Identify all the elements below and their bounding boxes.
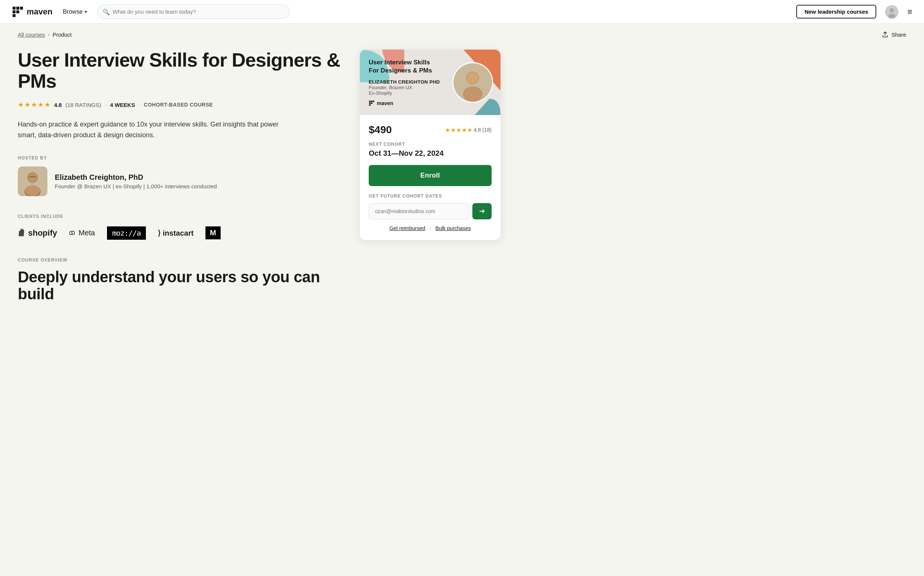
breadcrumb-current: Product [53,32,72,38]
svg-rect-1 [16,6,19,10]
client-meta: Meta [69,229,95,237]
card-body: $490 ★ ★ ★ ★ ★ 4.8 (18) NEXT COHORT [360,115,500,240]
links-separator: | [430,225,431,231]
page-main: User Interview Skills for Designers & PM… [0,38,518,326]
card-star-4: ★ [462,126,467,134]
host-avatar-svg [18,166,47,196]
enroll-button[interactable]: Enroll [369,165,492,186]
email-input[interactable] [369,203,469,219]
host-bio: Founder @ Brazen UX | ex-Shopify | 1,000… [55,183,217,189]
hamburger-menu[interactable]: ≡ [907,8,912,16]
site-logo[interactable]: maven [12,6,53,18]
card-course-title: User Interview Skills For Designers & PM… [369,58,435,75]
meta-dot-2: · [139,102,140,108]
course-weeks: 4 WEEKS [110,102,135,108]
overview-label: COURSE OVERVIEW [18,258,342,262]
share-button[interactable]: Share [882,31,906,38]
breadcrumb-separator: › [48,32,50,37]
user-avatar[interactable] [885,5,898,19]
rating-count: (18 RATINGS) [66,102,101,108]
breadcrumb: All courses › Product [18,32,72,38]
email-row [369,203,492,219]
maven-small-icon [369,100,375,106]
course-card: User Interview Skills For Designers & PM… [360,50,500,240]
svg-rect-18 [371,102,372,104]
rating-stars: ★ ★ ★ ★ ★ [18,101,50,109]
svg-point-13 [25,186,40,196]
share-label: Share [892,32,906,38]
card-rating: ★ ★ ★ ★ ★ 4.8 (18) [445,126,492,134]
all-courses-link[interactable]: All courses [18,32,45,38]
star-2: ★ [24,101,30,109]
logo-text: maven [27,7,53,17]
search-input[interactable] [97,5,290,19]
maven-small-text: maven [377,100,393,106]
star-3: ★ [31,101,37,109]
svg-rect-4 [16,10,19,13]
svg-point-23 [467,72,478,83]
navbar: maven Browse ▾ 🔍 New leadership courses … [0,0,924,24]
svg-rect-2 [20,6,23,10]
email-submit-button[interactable] [472,203,492,219]
mozilla-text: moz://a [112,229,141,237]
card-star-1: ★ [445,126,450,134]
arrow-right-icon [478,208,486,215]
share-icon [882,31,889,38]
page-left: User Interview Skills for Designers & PM… [18,50,342,302]
svg-point-7 [890,8,894,13]
search-icon: 🔍 [103,8,110,15]
svg-rect-19 [369,104,371,106]
shopify-icon [18,228,26,237]
course-title: User Interview Skills for Designers & PM… [18,50,342,92]
future-cohort-label: GET FUTURE COHORT DATES [369,194,492,198]
card-star-3: ★ [456,126,461,134]
client-mtv: M [205,226,221,239]
get-reimbursed-link[interactable]: Get reimbursed [390,225,425,231]
shopify-text: shopify [28,228,57,238]
instacart-text: ⟩ instacart [158,229,194,237]
browse-menu[interactable]: Browse ▾ [61,6,88,18]
instructor-circle [452,62,493,103]
instructor-avatar-svg [454,62,492,103]
card-star-5: ★ [467,126,472,134]
card-price-row: $490 ★ ★ ★ ★ ★ 4.8 (18) [369,124,492,136]
card-stars: ★ ★ ★ ★ ★ [445,126,472,134]
bulk-purchases-link[interactable]: Bulk purchases [435,225,471,231]
page-right: User Interview Skills For Designers & PM… [360,50,500,302]
card-rating-score: 4.8 [474,127,481,133]
breadcrumb-bar: All courses › Product Share [0,24,924,38]
next-cohort-date: Oct 31—Nov 22, 2024 [369,149,492,158]
meta-icon [69,230,76,236]
svg-rect-16 [373,101,374,102]
client-instacart: ⟩ instacart [158,229,194,237]
star-1: ★ [18,101,24,109]
host-card: Elizabeth Creighton, PhD Founder @ Braze… [18,166,342,196]
svg-rect-15 [371,101,372,102]
hosted-by-label: HOSTED BY [18,155,342,160]
card-header-instructor [452,62,493,103]
clients-label: CLIENTS INCLUDE [18,214,342,219]
star-4: ★ [38,101,44,109]
client-mozilla: moz://a [107,226,146,240]
client-shopify: shopify [18,228,57,238]
meta-text: Meta [79,229,95,237]
next-cohort-label: NEXT COHORT [369,142,492,147]
overview-title: Deeply understand your users so you can … [18,269,342,302]
host-avatar-image [18,166,47,196]
new-leadership-button[interactable]: New leadership courses [796,5,876,19]
clients-logos: shopify Meta moz://a ⟩ instacart M [18,226,342,240]
mtv-text: M [210,229,216,237]
avatar-icon [885,5,898,19]
meta-dot-1: · [105,102,106,108]
star-5: ★ [45,101,50,109]
maven-grid-icon [12,6,24,18]
card-price: $490 [369,124,391,136]
host-name: Elizabeth Creighton, PhD [55,173,217,182]
svg-rect-14 [369,101,371,102]
svg-rect-3 [13,10,16,13]
card-links: Get reimbursed | Bulk purchases [369,225,492,231]
course-type: COHORT-BASED COURSE [144,102,213,108]
card-star-2: ★ [451,126,456,134]
host-info: Elizabeth Creighton, PhD Founder @ Braze… [55,173,217,189]
course-meta: ★ ★ ★ ★ ★ 4.8 (18 RATINGS) · 4 WEEKS · C… [18,101,342,109]
